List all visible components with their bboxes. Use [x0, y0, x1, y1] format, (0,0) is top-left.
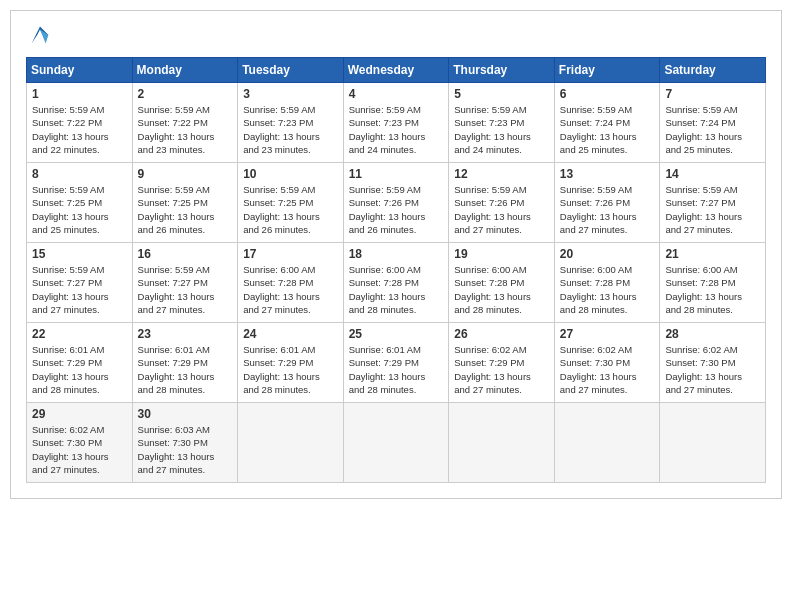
calendar-cell: 23Sunrise: 6:01 AMSunset: 7:29 PMDayligh…	[132, 323, 238, 403]
calendar-cell: 2Sunrise: 5:59 AMSunset: 7:22 PMDaylight…	[132, 83, 238, 163]
calendar-cell: 21Sunrise: 6:00 AMSunset: 7:28 PMDayligh…	[660, 243, 766, 323]
day-info: Sunrise: 5:59 AMSunset: 7:24 PMDaylight:…	[665, 103, 760, 156]
calendar-cell: 10Sunrise: 5:59 AMSunset: 7:25 PMDayligh…	[238, 163, 344, 243]
day-number: 11	[349, 167, 444, 181]
day-number: 10	[243, 167, 338, 181]
calendar-cell: 14Sunrise: 5:59 AMSunset: 7:27 PMDayligh…	[660, 163, 766, 243]
day-info: Sunrise: 5:59 AMSunset: 7:23 PMDaylight:…	[243, 103, 338, 156]
calendar-cell: 24Sunrise: 6:01 AMSunset: 7:29 PMDayligh…	[238, 323, 344, 403]
day-number: 8	[32, 167, 127, 181]
calendar-header-wednesday: Wednesday	[343, 58, 449, 83]
day-number: 21	[665, 247, 760, 261]
day-info: Sunrise: 5:59 AMSunset: 7:27 PMDaylight:…	[138, 263, 233, 316]
day-number: 17	[243, 247, 338, 261]
calendar-cell: 13Sunrise: 5:59 AMSunset: 7:26 PMDayligh…	[554, 163, 660, 243]
calendar-week-5: 29Sunrise: 6:02 AMSunset: 7:30 PMDayligh…	[27, 403, 766, 483]
calendar-cell: 6Sunrise: 5:59 AMSunset: 7:24 PMDaylight…	[554, 83, 660, 163]
day-info: Sunrise: 6:00 AMSunset: 7:28 PMDaylight:…	[560, 263, 655, 316]
calendar-cell: 28Sunrise: 6:02 AMSunset: 7:30 PMDayligh…	[660, 323, 766, 403]
day-number: 30	[138, 407, 233, 421]
calendar-cell: 5Sunrise: 5:59 AMSunset: 7:23 PMDaylight…	[449, 83, 555, 163]
day-info: Sunrise: 5:59 AMSunset: 7:25 PMDaylight:…	[138, 183, 233, 236]
logo-icon	[26, 21, 54, 49]
calendar-cell: 19Sunrise: 6:00 AMSunset: 7:28 PMDayligh…	[449, 243, 555, 323]
day-info: Sunrise: 5:59 AMSunset: 7:22 PMDaylight:…	[138, 103, 233, 156]
day-number: 3	[243, 87, 338, 101]
day-number: 15	[32, 247, 127, 261]
day-info: Sunrise: 6:02 AMSunset: 7:29 PMDaylight:…	[454, 343, 549, 396]
day-number: 24	[243, 327, 338, 341]
calendar-week-2: 8Sunrise: 5:59 AMSunset: 7:25 PMDaylight…	[27, 163, 766, 243]
day-number: 9	[138, 167, 233, 181]
day-number: 16	[138, 247, 233, 261]
day-info: Sunrise: 6:02 AMSunset: 7:30 PMDaylight:…	[32, 423, 127, 476]
calendar-cell: 12Sunrise: 5:59 AMSunset: 7:26 PMDayligh…	[449, 163, 555, 243]
calendar-header-monday: Monday	[132, 58, 238, 83]
calendar-cell: 9Sunrise: 5:59 AMSunset: 7:25 PMDaylight…	[132, 163, 238, 243]
calendar-cell: 25Sunrise: 6:01 AMSunset: 7:29 PMDayligh…	[343, 323, 449, 403]
day-number: 6	[560, 87, 655, 101]
day-number: 20	[560, 247, 655, 261]
day-info: Sunrise: 6:00 AMSunset: 7:28 PMDaylight:…	[454, 263, 549, 316]
calendar-cell: 29Sunrise: 6:02 AMSunset: 7:30 PMDayligh…	[27, 403, 133, 483]
day-number: 22	[32, 327, 127, 341]
calendar-cell: 1Sunrise: 5:59 AMSunset: 7:22 PMDaylight…	[27, 83, 133, 163]
calendar-cell: 18Sunrise: 6:00 AMSunset: 7:28 PMDayligh…	[343, 243, 449, 323]
calendar-cell: 27Sunrise: 6:02 AMSunset: 7:30 PMDayligh…	[554, 323, 660, 403]
day-info: Sunrise: 5:59 AMSunset: 7:26 PMDaylight:…	[454, 183, 549, 236]
calendar-header-tuesday: Tuesday	[238, 58, 344, 83]
calendar-cell	[554, 403, 660, 483]
day-info: Sunrise: 6:01 AMSunset: 7:29 PMDaylight:…	[243, 343, 338, 396]
page: SundayMondayTuesdayWednesdayThursdayFrid…	[10, 10, 782, 499]
calendar-header-thursday: Thursday	[449, 58, 555, 83]
day-number: 5	[454, 87, 549, 101]
day-number: 25	[349, 327, 444, 341]
calendar-cell	[660, 403, 766, 483]
calendar-cell: 17Sunrise: 6:00 AMSunset: 7:28 PMDayligh…	[238, 243, 344, 323]
calendar-cell: 26Sunrise: 6:02 AMSunset: 7:29 PMDayligh…	[449, 323, 555, 403]
day-info: Sunrise: 5:59 AMSunset: 7:27 PMDaylight:…	[665, 183, 760, 236]
day-info: Sunrise: 5:59 AMSunset: 7:23 PMDaylight:…	[454, 103, 549, 156]
calendar-header-row: SundayMondayTuesdayWednesdayThursdayFrid…	[27, 58, 766, 83]
calendar-cell: 11Sunrise: 5:59 AMSunset: 7:26 PMDayligh…	[343, 163, 449, 243]
day-info: Sunrise: 5:59 AMSunset: 7:27 PMDaylight:…	[32, 263, 127, 316]
calendar-header-sunday: Sunday	[27, 58, 133, 83]
calendar-cell: 30Sunrise: 6:03 AMSunset: 7:30 PMDayligh…	[132, 403, 238, 483]
calendar-cell: 7Sunrise: 5:59 AMSunset: 7:24 PMDaylight…	[660, 83, 766, 163]
day-number: 27	[560, 327, 655, 341]
day-info: Sunrise: 6:03 AMSunset: 7:30 PMDaylight:…	[138, 423, 233, 476]
day-number: 7	[665, 87, 760, 101]
day-info: Sunrise: 6:01 AMSunset: 7:29 PMDaylight:…	[32, 343, 127, 396]
day-info: Sunrise: 6:02 AMSunset: 7:30 PMDaylight:…	[665, 343, 760, 396]
logo	[26, 21, 58, 49]
day-info: Sunrise: 6:00 AMSunset: 7:28 PMDaylight:…	[243, 263, 338, 316]
day-number: 4	[349, 87, 444, 101]
day-info: Sunrise: 6:02 AMSunset: 7:30 PMDaylight:…	[560, 343, 655, 396]
calendar-cell: 4Sunrise: 5:59 AMSunset: 7:23 PMDaylight…	[343, 83, 449, 163]
day-number: 19	[454, 247, 549, 261]
header	[26, 21, 766, 49]
day-info: Sunrise: 6:00 AMSunset: 7:28 PMDaylight:…	[665, 263, 760, 316]
calendar-cell	[238, 403, 344, 483]
day-number: 13	[560, 167, 655, 181]
calendar-cell: 22Sunrise: 6:01 AMSunset: 7:29 PMDayligh…	[27, 323, 133, 403]
day-number: 2	[138, 87, 233, 101]
day-number: 14	[665, 167, 760, 181]
calendar-header-saturday: Saturday	[660, 58, 766, 83]
day-number: 1	[32, 87, 127, 101]
day-info: Sunrise: 5:59 AMSunset: 7:22 PMDaylight:…	[32, 103, 127, 156]
day-number: 29	[32, 407, 127, 421]
calendar-week-3: 15Sunrise: 5:59 AMSunset: 7:27 PMDayligh…	[27, 243, 766, 323]
day-info: Sunrise: 5:59 AMSunset: 7:25 PMDaylight:…	[32, 183, 127, 236]
day-info: Sunrise: 6:00 AMSunset: 7:28 PMDaylight:…	[349, 263, 444, 316]
calendar-header-friday: Friday	[554, 58, 660, 83]
calendar-cell: 8Sunrise: 5:59 AMSunset: 7:25 PMDaylight…	[27, 163, 133, 243]
calendar-cell: 3Sunrise: 5:59 AMSunset: 7:23 PMDaylight…	[238, 83, 344, 163]
calendar-week-1: 1Sunrise: 5:59 AMSunset: 7:22 PMDaylight…	[27, 83, 766, 163]
day-info: Sunrise: 6:01 AMSunset: 7:29 PMDaylight:…	[138, 343, 233, 396]
calendar-cell: 16Sunrise: 5:59 AMSunset: 7:27 PMDayligh…	[132, 243, 238, 323]
calendar-cell	[343, 403, 449, 483]
calendar-cell: 15Sunrise: 5:59 AMSunset: 7:27 PMDayligh…	[27, 243, 133, 323]
day-number: 26	[454, 327, 549, 341]
day-info: Sunrise: 5:59 AMSunset: 7:26 PMDaylight:…	[560, 183, 655, 236]
